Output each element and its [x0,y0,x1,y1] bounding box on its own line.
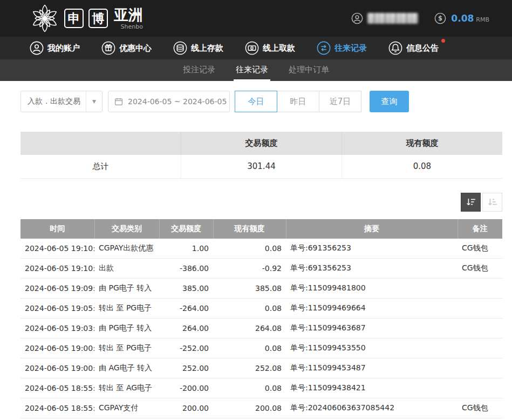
sort-asc-button[interactable] [482,193,502,212]
table-cell: 264.08 [213,319,286,338]
table-cell: 由 PG电子 转入 [94,319,159,338]
table-cell: 由 PG电子 转入 [94,279,159,299]
balance-area[interactable]: $ 0.08 RMB [434,12,489,24]
table-row: 2024-06-05 19:03:42由 PG电子 转入264.00264.08… [21,319,502,338]
quick-date-group: 今日 昨日 近7日 [235,91,361,112]
search-button[interactable]: 查询 [370,91,409,112]
topbar: 申 博 亚洲 Shenbo $ 0.08 RMB [0,0,512,37]
summary-header-empty [21,132,181,155]
table-cell: 0.08 [213,239,286,259]
nav-label: 信息公告 [406,43,439,53]
deposit-coins-icon [173,41,187,55]
header-transaction-amount: 交易额度 [159,219,213,239]
table-cell: 转出 至 PG电子 [94,299,159,319]
table-cell: 单号:691356253 [286,259,458,279]
nav-label: 我的账户 [47,43,80,53]
topbar-right: $ 0.08 RMB [351,12,489,24]
date-range-picker[interactable]: 2024-06-05 ~ 2024-06-05 [108,91,230,112]
main-nav: 我的账户 优惠中心 线上存款 [0,37,512,59]
table-cell [458,299,502,319]
table-cell: 单号:691356253 [286,239,458,259]
table-cell: 单号:115099469664 [286,299,458,319]
nav-item-promotions[interactable]: 优惠中心 [101,41,152,55]
nav-label: 往来记录 [334,43,367,53]
table-cell: 1.00 [159,239,213,259]
summary-table: 交易额度 现有额度 总计 301.44 0.08 [21,132,502,179]
sub-nav: 投注记录 往来记录 处理中订单 [0,59,512,81]
today-button[interactable]: 今日 [235,91,277,112]
table-cell: 单号:115099453487 [286,358,458,378]
logo[interactable]: 申 博 亚洲 Shenbo [30,4,143,33]
withdraw-banknote-icon [245,41,259,55]
table-cell: 385.00 [159,279,213,299]
header-summary: 摘要 [286,219,458,239]
nav-label: 优惠中心 [119,43,152,53]
nav-label: 线上取款 [263,43,295,53]
filter-bar: 入款．出款交易 ▼ 2024-06-05 ~ 2024-06-05 今日 昨日 … [21,91,502,112]
sort-desc-icon [465,196,477,208]
transfer-arrows-icon [317,41,331,55]
table-cell [458,338,502,358]
tab-processing-orders[interactable]: 处理中订单 [286,59,331,81]
table-cell: 0.08 [213,338,286,358]
dollar-coin-icon: $ [434,12,446,24]
logo-char-bo: 博 [88,9,108,28]
user-icon [30,41,44,55]
logo-subtitle: Shenbo [121,24,143,30]
table-row: 2024-06-05 19:09:46由 PG电子 转入385.00385.08… [21,279,502,299]
balance-currency: RMB [476,16,489,23]
summary-transaction-total: 301.44 [181,155,342,178]
header-current-amount: 现有额度 [213,219,286,239]
table-cell: 2024-06-05 19:10:14 [21,239,94,259]
table-cell: 转出 至 AG电子 [94,378,159,398]
table-row: 2024-06-05 19:05:40转出 至 PG电子-264.000.08单… [21,299,502,319]
transaction-type-select[interactable]: 入款．出款交易 ▼ [21,91,103,112]
sort-desc-button[interactable] [461,193,481,212]
last7days-button[interactable]: 近7日 [319,91,361,112]
table-cell [458,358,502,378]
chevron-down-icon: ▼ [86,91,102,112]
table-cell [458,378,502,398]
summary-current-total: 0.08 [342,155,502,178]
summary-total-label: 总计 [21,155,181,178]
logo-char-shen: 申 [64,9,84,28]
yesterday-button[interactable]: 昨日 [277,91,319,112]
table-row: 2024-06-05 19:10:14CGPAY出款优惠1.000.08单号:6… [21,239,502,259]
summary-header-transaction: 交易额度 [181,132,342,155]
table-cell: 出款 [94,259,159,279]
table-cell: 2024-06-05 18:55:22 [21,378,94,398]
nav-item-my-account[interactable]: 我的账户 [30,41,80,55]
table-cell: 2024-06-05 19:00:23 [21,338,94,358]
summary-header-current: 现有额度 [342,132,502,155]
nav-item-withdraw[interactable]: 线上取款 [245,41,295,55]
table-cell: 单号:115099481800 [286,279,458,299]
table-cell: 252.08 [213,358,286,378]
table-cell: 2024-06-05 19:05:40 [21,299,94,319]
table-cell: CG钱包 [458,398,502,418]
table-cell: CGPAY出款优惠 [94,239,159,259]
gift-icon [101,41,115,55]
records-body: 2024-06-05 19:10:14CGPAY出款优惠1.000.08单号:6… [21,239,502,418]
tab-betting-records[interactable]: 投注记录 [181,59,217,81]
account-user-icon[interactable] [351,12,363,24]
logo-region: 亚洲 Shenbo [114,8,143,30]
username-blurred[interactable] [367,13,418,24]
transaction-type-value: 入款．出款交易 [28,97,80,106]
table-cell [458,279,502,299]
table-cell: 2024-06-05 19:09:46 [21,279,94,299]
bell-icon [388,41,402,55]
table-cell: 单号:115099438421 [286,378,458,398]
tab-transaction-records[interactable]: 往来记录 [234,59,270,81]
nav-item-transaction-records[interactable]: 往来记录 [317,41,367,55]
nav-item-announcements[interactable]: 信息公告 [388,41,439,55]
date-range-value: 2024-06-05 ~ 2024-06-05 [128,97,227,106]
content: 入款．出款交易 ▼ 2024-06-05 ~ 2024-06-05 今日 昨日 … [0,91,512,418]
table-cell: CG钱包 [458,259,502,279]
table-row: 2024-06-05 19:00:23转出 至 PG电子-252.000.08单… [21,338,502,358]
table-cell: -200.00 [159,378,213,398]
nav-item-deposit[interactable]: 线上存款 [173,41,223,55]
table-row: 2024-06-05 19:10:14出款-386.00-0.92单号:6913… [21,259,502,279]
calendar-icon [114,97,124,106]
summary-total-row: 总计 301.44 0.08 [21,155,502,178]
table-cell: 252.00 [159,358,213,378]
